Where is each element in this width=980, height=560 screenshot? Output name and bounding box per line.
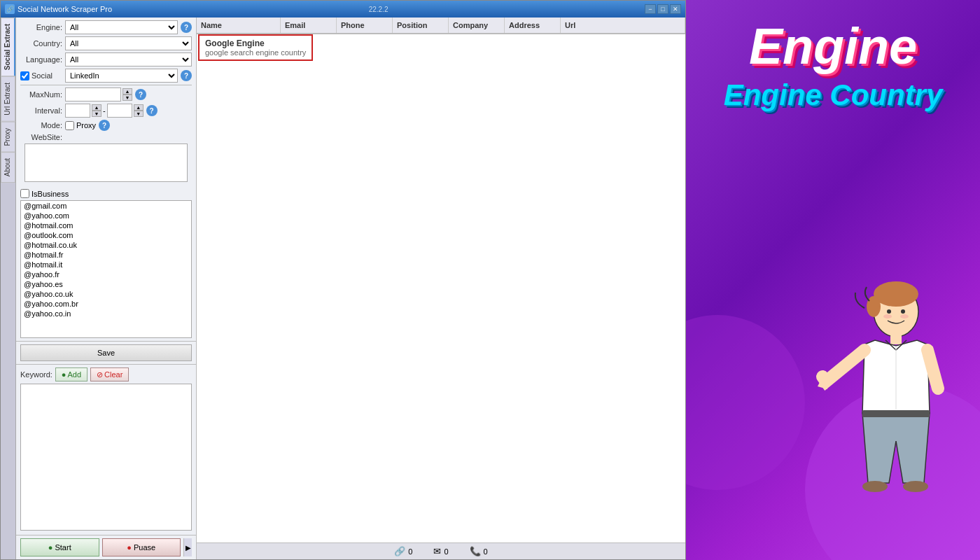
website-label: WebSite: (20, 133, 62, 141)
email-list-item[interactable]: @yahoo.com (21, 211, 191, 220)
divider1 (20, 85, 192, 85)
save-button[interactable]: Save (20, 344, 192, 361)
email-list-item[interactable]: @hotmail.com (21, 220, 191, 230)
tab-proxy[interactable]: Proxy (1, 122, 15, 153)
add-icon: ● (62, 370, 66, 379)
form-section: Engine: All ? Country: All Language: (16, 18, 196, 186)
social-row: Social LinkedIn ? (20, 69, 192, 83)
is-business-checkbox[interactable] (20, 189, 29, 198)
interval-min-input[interactable]: 10 (65, 104, 90, 118)
maxnum-input[interactable]: 50000 (65, 88, 121, 102)
email-status-icon: ✉ (433, 546, 441, 556)
svg-point-5 (883, 314, 892, 318)
main-content: Social Extract Url Extract Proxy About E… (1, 18, 685, 559)
emails-count: 0 (444, 547, 448, 556)
email-list-item[interactable]: @outlook.com (21, 230, 191, 240)
interval-min-up[interactable]: ▲ (92, 104, 102, 111)
title-bar-controls: − □ ✕ (645, 4, 681, 14)
country-label: Country: (20, 39, 62, 48)
interval-max-spinner: ▲ ▼ (134, 104, 144, 117)
svg-point-1 (874, 281, 918, 307)
interval-min-down[interactable]: ▼ (92, 111, 102, 117)
sidebar-tabs: Social Extract Url Extract Proxy About (1, 18, 16, 559)
col-header-url: Url (561, 18, 685, 33)
svg-point-6 (900, 314, 909, 318)
is-business-label: IsBusiness (20, 189, 69, 198)
social-select[interactable]: LinkedIn (65, 69, 178, 83)
maxnum-spinner: ▲ ▼ (122, 88, 132, 101)
proxy-checkbox[interactable] (65, 121, 74, 130)
interval-label: Interval: (20, 106, 62, 115)
tab-url-extract[interactable]: Url Extract (1, 76, 15, 122)
email-list-item[interactable]: @yahoo.fr (21, 270, 191, 279)
country-select[interactable]: All (65, 36, 192, 50)
language-row: Language: All (20, 52, 192, 66)
language-select[interactable]: All (65, 52, 192, 66)
email-list-item[interactable]: @hotmail.it (21, 260, 191, 270)
maximize-button[interactable]: □ (657, 4, 668, 14)
col-header-email: Email (281, 18, 337, 33)
table-header: Name Email Phone Position Company Addres… (197, 18, 685, 34)
country-row: Country: All (20, 36, 192, 50)
status-emails: ✉ 0 (433, 546, 448, 556)
promo-country-title: Engine Country (724, 78, 943, 112)
close-button[interactable]: ✕ (670, 4, 681, 14)
add-keyword-button[interactable]: ● Add (55, 368, 88, 382)
email-list[interactable]: @gmail.com@yahoo.com@hotmail.com@outlook… (20, 200, 192, 338)
website-textarea[interactable] (24, 144, 188, 182)
engine-tooltip: Google Engine google search engine count… (198, 34, 313, 61)
col-header-address: Address (505, 18, 561, 33)
interval-max-up[interactable]: ▲ (134, 104, 144, 111)
maxnum-up[interactable]: ▲ (122, 88, 132, 94)
col-header-phone: Phone (337, 18, 393, 33)
email-list-item[interactable]: @yahoo.com.br (21, 299, 191, 309)
social-help-button[interactable]: ? (181, 70, 192, 81)
email-list-item[interactable]: @yahoo.co.uk (21, 289, 191, 299)
social-label: Social (20, 71, 62, 80)
email-list-item[interactable]: @hotmail.co.uk (21, 240, 191, 250)
control-panel: Engine: All ? Country: All Language: (16, 18, 197, 559)
col-header-company: Company (449, 18, 505, 33)
email-list-item[interactable]: @gmail.com (21, 201, 191, 211)
interval-help-button[interactable]: ? (146, 105, 158, 116)
email-list-item[interactable]: @yahoo.es (21, 279, 191, 289)
keyword-textarea[interactable] (20, 384, 192, 531)
phones-count: 0 (484, 547, 488, 556)
social-checkbox[interactable] (20, 71, 29, 80)
email-list-item[interactable]: @hotmail.fr (21, 250, 191, 260)
panel-arrow[interactable]: ▶ (183, 538, 192, 556)
language-label: Language: (20, 55, 62, 64)
status-links: 🔗 0 (394, 546, 412, 556)
svg-point-3 (887, 309, 891, 314)
email-list-item[interactable]: @yahoo.co.in (21, 309, 191, 318)
email-section: IsBusiness @gmail.com@yahoo.com@hotmail.… (16, 186, 196, 341)
tab-social-extract[interactable]: Social Extract (1, 18, 15, 76)
interval-group: 10 ▲ ▼ - 20 ▲ ▼ (65, 104, 144, 118)
links-count: 0 (408, 547, 412, 556)
tooltip-description: google search engine country (205, 48, 306, 57)
promo-panel: Engine Engine Country (686, 0, 980, 560)
interval-max-down[interactable]: ▼ (134, 111, 144, 117)
phone-status-icon: 📞 (470, 546, 481, 556)
maxnum-down[interactable]: ▼ (122, 94, 132, 101)
pause-button[interactable]: ● Puase (102, 538, 181, 556)
app-version: 22.2.2 (369, 6, 388, 13)
start-button[interactable]: ● Start (20, 538, 99, 556)
minimize-button[interactable]: − (645, 4, 656, 14)
tab-about[interactable]: About (1, 152, 15, 183)
interval-min-spinner: ▲ ▼ (92, 104, 102, 117)
mode-help-button[interactable]: ? (99, 120, 110, 131)
engine-help-button[interactable]: ? (181, 22, 192, 33)
engine-select[interactable]: All (65, 20, 178, 34)
app-icon: 🔗 (5, 4, 15, 14)
maxnum-help-button[interactable]: ? (135, 89, 146, 100)
interval-max-input[interactable]: 20 (107, 104, 132, 118)
engine-label: Engine: (20, 23, 62, 31)
email-list-container: @gmail.com@yahoo.com@hotmail.com@outlook… (20, 200, 192, 338)
clear-keyword-button[interactable]: ⊘ Clear (90, 368, 129, 382)
links-icon: 🔗 (394, 546, 405, 556)
title-bar-left: 🔗 Social Network Scraper Pro (5, 4, 112, 14)
maxnum-input-group: 50000 ▲ ▼ (65, 88, 132, 102)
engine-row: Engine: All ? (20, 20, 192, 34)
app-window: 🔗 Social Network Scraper Pro 22.2.2 − □ … (0, 0, 686, 560)
